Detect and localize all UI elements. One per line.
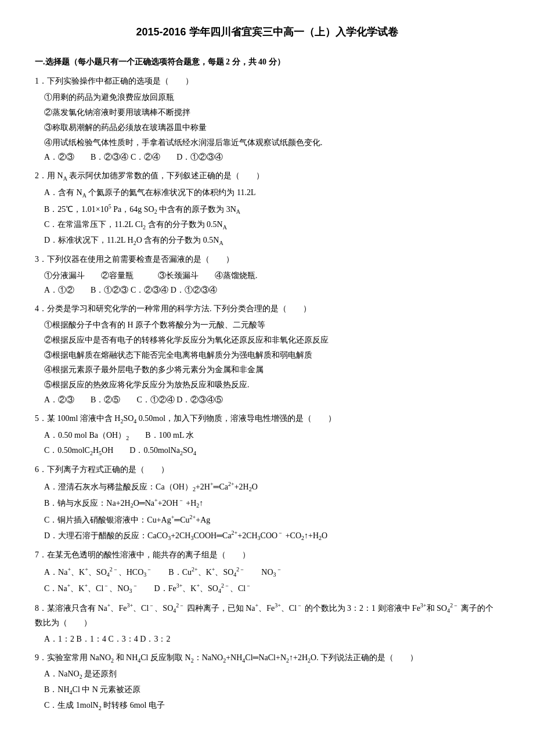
section1-header: 一.选择题（每小题只有一个正确选项符合题意，每题 2 分，共 40 分）	[35, 55, 499, 69]
q1-text: 1．下列实验操作中都正确的选项是（ ）	[35, 74, 499, 88]
q3-options: A．①② B．①②③ C．②③④ D．①②③④	[44, 283, 499, 297]
question-6: 6．下列离子方程式正确的是（ ） A．澄清石灰水与稀盐酸反应：Ca（OH）2+2…	[35, 463, 499, 543]
q1-sub4: ④用试纸检验气体性质时，手拿着试纸经水润湿后靠近气体观察试纸颜色变化.	[44, 136, 499, 150]
q4-options: A．②③ B．②⑤ C．①②④ D．②③④⑤	[44, 393, 499, 407]
q7-optC: C．Na+、K+、Cl－、NO3－ D．Fe3+、K+、SO42－、Cl－	[44, 581, 499, 596]
page-container: 2015-2016 学年四川省宜宾三中高一（上）入学化学试卷 一.选择题（每小题…	[35, 23, 499, 713]
q7-text: 7．在某无色透明的酸性溶液中，能共存的离子组是（ ）	[35, 548, 499, 562]
q4-sub1: ①根据酸分子中含有的 H 原子个数将酸分为一元酸、二元酸等	[44, 318, 499, 332]
q2-optC: C．在常温常压下，11.2L Cl2 含有的分子数为 0.5NA	[44, 218, 499, 232]
q8-options: A．1：2 B．1：4 C．3：4 D．3：2	[44, 632, 499, 646]
q9-text: 9．实验室常用 NaNO2 和 NH4Cl 反应制取 N2：NaNO2+NH4C…	[35, 651, 499, 665]
question-7: 7．在某无色透明的酸性溶液中，能共存的离子组是（ ） A．Na+、K+、SO42…	[35, 548, 499, 596]
q5-optA: A．0.50 mol Ba（OH）2 B．100 mL 水	[44, 429, 499, 443]
page-title: 2015-2016 学年四川省宜宾三中高一（上）入学化学试卷	[35, 23, 499, 41]
q9-optC: C．生成 1molN2 时转移 6mol 电子	[44, 699, 499, 713]
question-5: 5．某 100ml 溶液中含 H2SO4 0.50mol，加入下列物质，溶液导电…	[35, 412, 499, 458]
q6-optB: B．钠与水反应：Na+2H2O═Na++2OH－ +H2↑	[44, 495, 499, 510]
q1-sub2: ②蒸发氯化钠溶液时要用玻璃棒不断搅拌	[44, 106, 499, 120]
q9-optB: B．NH4Cl 中 N 元素被还原	[44, 683, 499, 697]
q3-sub1: ①分液漏斗 ②容量瓶 ③长颈漏斗 ④蒸馏烧瓶.	[44, 269, 499, 283]
q2-optB: B．25℃，1.01×105 Pa，64g SO2 中含有的原子数为 3NA	[44, 201, 499, 217]
q4-sub2: ②根据反应中是否有电子的转移将化学反应分为氧化还原反应和非氧化还原反应	[44, 333, 499, 347]
q1-sub3: ③称取易潮解的药品必须放在玻璃器皿中称量	[44, 121, 499, 135]
q2-text: 2．用 NA 表示阿伏加德罗常数的值，下列叙述正确的是（ ）	[35, 169, 499, 183]
q7-optA: A．Na+、K+、SO42－、HCO3－ B．Cu2+、K+、SO42－ NO3…	[44, 564, 499, 579]
q6-optD: D．大理石溶于醋酸的反应：CaCO3+2CH3COOH═Ca2++2CH3COO…	[44, 528, 499, 543]
question-1: 1．下列实验操作中都正确的选项是（ ） ①用剩的药品为避免浪费应放回原瓶 ②蒸发…	[35, 74, 499, 164]
q9-optA: A．NaNO2 是还原剂	[44, 667, 499, 682]
q2-optD: D．标准状况下，11.2L H2O 含有的分子数为 0.5NA	[44, 233, 499, 248]
q3-text: 3．下列仪器在使用之前需要检查是否漏液的是（ ）	[35, 253, 499, 267]
q4-sub4: ④根据元素原子最外层电子数的多少将元素分为金属和非金属	[44, 363, 499, 377]
q5-text: 5．某 100ml 溶液中含 H2SO4 0.50mol，加入下列物质，溶液导电…	[35, 412, 499, 426]
q4-text: 4．分类是学习和研究化学的一种常用的科学方法. 下列分类合理的是（ ）	[35, 302, 499, 316]
q2-optA: A．含有 NA 个氦原子的氦气在标准状况下的体积约为 11.2L	[44, 186, 499, 200]
q5-optC: C．0.50molC2H5OH D．0.50molNa2SO4	[44, 444, 499, 458]
q1-sub1: ①用剩的药品为避免浪费应放回原瓶	[44, 91, 499, 105]
q6-text: 6．下列离子方程式正确的是（ ）	[35, 463, 499, 477]
q4-sub5: ⑤根据反应的热效应将化学反应分为放热反应和吸热反应.	[44, 378, 499, 392]
q8-text: 8．某溶液只含有 Na+、Fe3+、Cl－、SO42－ 四种离子，已知 Na+、…	[35, 600, 499, 629]
question-8: 8．某溶液只含有 Na+、Fe3+、Cl－、SO42－ 四种离子，已知 Na+、…	[35, 600, 499, 646]
q4-sub3: ③根据电解质在熔融状态下能否完全电离将电解质分为强电解质和弱电解质	[44, 348, 499, 362]
q1-options: A．②③ B．②③④ C．②④ D．①②③④	[44, 150, 499, 164]
question-3: 3．下列仪器在使用之前需要检查是否漏液的是（ ） ①分液漏斗 ②容量瓶 ③长颈漏…	[35, 253, 499, 297]
question-4: 4．分类是学习和研究化学的一种常用的科学方法. 下列分类合理的是（ ） ①根据酸…	[35, 302, 499, 407]
question-2: 2．用 NA 表示阿伏加德罗常数的值，下列叙述正确的是（ ） A．含有 NA 个…	[35, 169, 499, 248]
question-9: 9．实验室常用 NaNO2 和 NH4Cl 反应制取 N2：NaNO2+NH4C…	[35, 651, 499, 713]
q6-optC: C．铜片插入硝酸银溶液中：Cu+Ag+═Cu2++Ag	[44, 512, 499, 527]
q6-optA: A．澄清石灰水与稀盐酸反应：Ca（OH）2+2H+═Ca2++2H2O	[44, 479, 499, 494]
